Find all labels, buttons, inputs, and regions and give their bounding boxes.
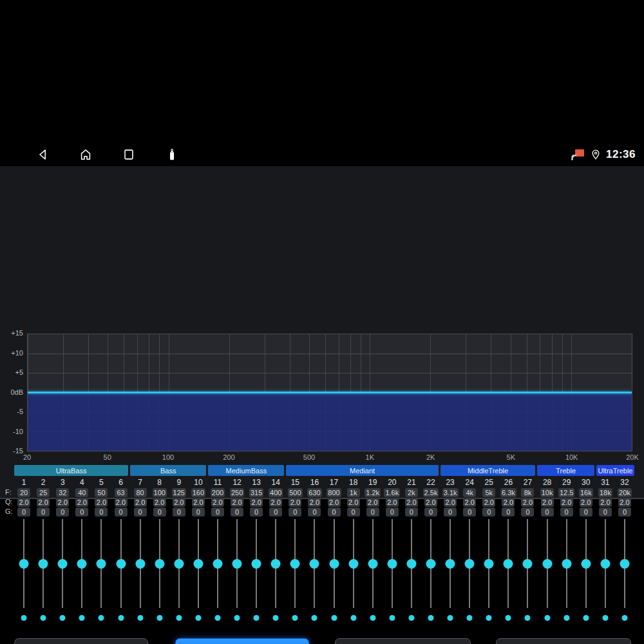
slider-knob[interactable] <box>252 559 261 569</box>
back-icon[interactable] <box>36 147 50 162</box>
q-value[interactable]: 2.0 <box>580 498 592 507</box>
slider-knob[interactable] <box>174 559 184 569</box>
q-value[interactable]: 2.0 <box>463 498 476 507</box>
q-value[interactable]: 2.0 <box>192 498 205 507</box>
gain-value[interactable]: 0 <box>173 507 185 516</box>
slider-knob[interactable] <box>581 559 591 569</box>
q-value[interactable]: 2.0 <box>153 498 166 507</box>
freq-value[interactable]: 16k <box>579 488 593 497</box>
gain-value[interactable]: 0 <box>153 507 166 516</box>
slider-knob[interactable] <box>446 559 455 569</box>
gain-value[interactable]: 0 <box>580 507 592 516</box>
slider-knob[interactable] <box>155 559 164 569</box>
q-value[interactable]: 2.0 <box>289 498 301 507</box>
slider-knob[interactable] <box>348 559 358 569</box>
freq-value[interactable]: 8k <box>521 488 534 497</box>
q-value[interactable]: 2.0 <box>405 498 418 507</box>
gain-value[interactable]: 0 <box>250 507 263 516</box>
freq-value[interactable]: 6.3k <box>500 488 516 497</box>
gain-value[interactable]: 0 <box>482 507 495 516</box>
slider-knob[interactable] <box>290 559 300 569</box>
q-value[interactable]: 2.0 <box>250 498 263 507</box>
freq-value[interactable]: 1.6k <box>384 488 400 497</box>
slider-knob[interactable] <box>213 559 222 569</box>
slider-knob[interactable] <box>368 559 377 569</box>
freq-value[interactable]: 80 <box>134 488 147 497</box>
gain-value[interactable]: 0 <box>115 507 128 516</box>
gain-value[interactable]: 0 <box>502 507 515 516</box>
gain-value[interactable]: 0 <box>386 507 399 516</box>
q-value[interactable]: 2.0 <box>541 498 554 507</box>
reset-button[interactable] <box>14 638 148 644</box>
gain-value[interactable]: 0 <box>56 507 69 516</box>
q-value[interactable]: 2.0 <box>386 498 399 507</box>
slider-knob[interactable] <box>504 559 513 569</box>
slider-knob[interactable] <box>523 559 533 569</box>
slider-knob[interactable] <box>329 559 339 569</box>
gain-value[interactable]: 0 <box>618 507 631 516</box>
freq-value[interactable]: 1.2k <box>365 488 381 497</box>
q-value[interactable]: 2.0 <box>269 498 282 507</box>
q-value[interactable]: 2.0 <box>17 498 30 507</box>
q-value[interactable]: 2.0 <box>347 498 360 507</box>
home-icon[interactable] <box>79 147 93 162</box>
freq-value[interactable]: 20 <box>17 488 30 497</box>
freq-value[interactable]: 40 <box>75 488 88 497</box>
freq-value[interactable]: 4k <box>463 488 476 497</box>
gain-value[interactable]: 0 <box>541 507 554 516</box>
gain-value[interactable]: 0 <box>211 507 224 516</box>
q-value[interactable]: 2.0 <box>424 498 437 507</box>
freq-value[interactable]: 25 <box>37 488 50 497</box>
gain-value[interactable]: 0 <box>308 507 321 516</box>
freq-value[interactable]: 630 <box>307 488 321 497</box>
gain-value[interactable]: 0 <box>134 507 147 516</box>
gain-value[interactable]: 0 <box>289 507 301 516</box>
freq-value[interactable]: 18k <box>598 488 612 497</box>
gain-value[interactable]: 0 <box>463 507 476 516</box>
slider-knob[interactable] <box>600 559 610 569</box>
gain-value[interactable]: 0 <box>424 507 437 516</box>
slider-knob[interactable] <box>232 559 242 569</box>
q-value[interactable]: 2.0 <box>560 498 573 507</box>
slider-knob[interactable] <box>193 559 203 569</box>
slider-knob[interactable] <box>310 559 319 569</box>
q-value[interactable]: 2.0 <box>56 498 69 507</box>
q-value[interactable]: 2.0 <box>115 498 128 507</box>
gain-value[interactable]: 0 <box>366 507 379 516</box>
q-value[interactable]: 2.0 <box>134 498 147 507</box>
q-value[interactable]: 2.0 <box>328 498 341 507</box>
freq-value[interactable]: 3.1k <box>442 488 459 497</box>
slider-knob[interactable] <box>542 559 552 569</box>
q-value[interactable]: 2.0 <box>599 498 612 507</box>
sound-field-button[interactable]: Sound field <box>496 638 631 644</box>
slider-knob[interactable] <box>465 559 475 569</box>
gain-value[interactable]: 0 <box>75 507 88 516</box>
gain-value[interactable]: 0 <box>560 507 573 516</box>
equalizer-button[interactable] <box>175 638 309 644</box>
scene-button[interactable]: Scene <box>335 638 471 644</box>
gain-value[interactable]: 0 <box>17 507 30 516</box>
freq-value[interactable]: 800 <box>327 488 341 497</box>
slider-knob[interactable] <box>39 559 48 569</box>
gain-value[interactable]: 0 <box>269 507 282 516</box>
gain-value[interactable]: 0 <box>95 507 108 516</box>
slider-knob[interactable] <box>97 559 106 569</box>
freq-value[interactable]: 400 <box>269 488 283 497</box>
freq-value[interactable]: 100 <box>153 488 167 497</box>
freq-value[interactable]: 20k <box>618 488 632 497</box>
q-value[interactable]: 2.0 <box>618 498 631 507</box>
slider-knob[interactable] <box>484 559 494 569</box>
q-value[interactable]: 2.0 <box>482 498 495 507</box>
slider-knob[interactable] <box>135 559 145 569</box>
q-value[interactable]: 2.0 <box>521 498 534 507</box>
gain-value[interactable]: 0 <box>328 507 341 516</box>
freq-value[interactable]: 2.5k <box>423 488 439 497</box>
slider-knob[interactable] <box>406 559 416 569</box>
q-value[interactable]: 2.0 <box>502 498 515 507</box>
slider-knob[interactable] <box>77 559 87 569</box>
freq-value[interactable]: 12.5 <box>558 488 574 497</box>
gain-value[interactable]: 0 <box>37 507 50 516</box>
recents-icon[interactable] <box>122 147 136 162</box>
gain-value[interactable]: 0 <box>192 507 205 516</box>
gain-value[interactable]: 0 <box>347 507 360 516</box>
